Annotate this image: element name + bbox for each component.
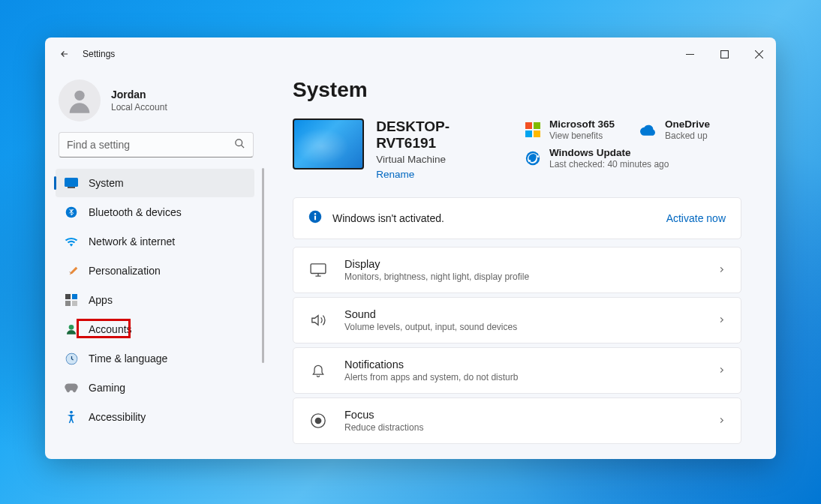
- ms365-icon: [524, 121, 542, 139]
- sidebar-scrollbar[interactable]: [262, 168, 264, 459]
- tile-onedrive[interactable]: OneDriveBacked up: [639, 118, 741, 141]
- svg-rect-17: [314, 216, 316, 220]
- minimize-button[interactable]: [672, 42, 707, 66]
- tile-sub: Last checked: 40 minutes ago: [549, 159, 669, 170]
- setting-sub: Monitors, brightness, night light, displ…: [344, 272, 717, 282]
- focus-icon: [308, 411, 328, 430]
- system-icon: [65, 176, 78, 190]
- setting-display[interactable]: DisplayMonitors, brightness, night light…: [293, 247, 741, 293]
- sidebar-item-accessibility[interactable]: Accessibility: [56, 403, 254, 431]
- maximize-button[interactable]: [707, 42, 741, 66]
- sidebar-item-personalization[interactable]: Personalization: [56, 256, 254, 285]
- nav-label: Time & language: [89, 352, 167, 364]
- update-icon: [524, 149, 542, 167]
- sidebar-item-apps[interactable]: Apps: [56, 286, 254, 314]
- rename-link[interactable]: Rename: [376, 169, 414, 180]
- device-name: DESKTOP-RVT6191: [376, 118, 503, 152]
- svg-rect-9: [72, 301, 77, 306]
- setting-sound[interactable]: SoundVolume levels, output, input, sound…: [293, 297, 741, 344]
- svg-point-13: [70, 411, 73, 414]
- svg-rect-7: [72, 294, 77, 299]
- chevron-right-icon: [717, 314, 726, 327]
- setting-title: Sound: [344, 308, 717, 320]
- activate-link[interactable]: Activate now: [666, 212, 726, 224]
- svg-rect-6: [65, 294, 71, 299]
- chevron-right-icon: [717, 263, 726, 277]
- brush-icon: [65, 264, 78, 278]
- tile-sub: View benefits: [549, 130, 615, 141]
- sidebar: Jordan Local Account System: [45, 70, 267, 459]
- nav-label: Gaming: [89, 382, 125, 394]
- nav-label: Apps: [89, 294, 113, 306]
- accessibility-icon: [65, 410, 78, 424]
- banner-text: Windows isn't activated.: [332, 212, 666, 224]
- settings-window: Settings Jordan Local Account: [45, 38, 776, 459]
- tile-ms365[interactable]: Microsoft 365View benefits: [524, 118, 626, 141]
- nav-label: Accessibility: [89, 411, 146, 423]
- device-thumbnail: [293, 118, 364, 170]
- svg-point-1: [74, 91, 84, 100]
- page-title: System: [293, 78, 741, 102]
- svg-point-2: [236, 139, 242, 146]
- tile-sub: Backed up: [665, 130, 710, 141]
- sidebar-item-network[interactable]: Network & internet: [56, 227, 254, 256]
- setting-sub: Reduce distractions: [344, 422, 717, 433]
- titlebar: Settings: [45, 38, 776, 70]
- nav-label: Personalization: [89, 265, 161, 277]
- svg-rect-8: [65, 301, 71, 306]
- device-block: DESKTOP-RVT6191 Virtual Machine Rename: [293, 118, 503, 181]
- search-icon: [234, 138, 245, 152]
- svg-rect-4: [68, 187, 75, 188]
- cloud-icon: [639, 121, 657, 139]
- user-block[interactable]: Jordan Local Account: [45, 76, 267, 132]
- sidebar-item-bluetooth[interactable]: Bluetooth & devices: [56, 198, 254, 226]
- setting-notifications[interactable]: NotificationsAlerts from apps and system…: [293, 347, 741, 394]
- svg-point-10: [69, 325, 74, 330]
- avatar: [59, 80, 101, 122]
- close-button[interactable]: [741, 42, 776, 66]
- sidebar-item-time[interactable]: Time & language: [56, 344, 254, 373]
- chevron-right-icon: [717, 414, 726, 428]
- search-box[interactable]: [59, 132, 254, 158]
- svg-rect-3: [65, 178, 78, 187]
- device-type: Virtual Machine: [376, 154, 503, 165]
- nav-label: Accounts: [89, 323, 132, 335]
- apps-icon: [65, 293, 78, 307]
- person-icon: [65, 322, 78, 336]
- tile-windows-update[interactable]: Windows UpdateLast checked: 40 minutes a…: [524, 147, 741, 170]
- sidebar-item-gaming[interactable]: Gaming: [56, 374, 254, 402]
- user-name: Jordan: [111, 88, 167, 100]
- svg-point-16: [314, 213, 316, 214]
- tile-title: Windows Update: [549, 147, 669, 158]
- gamepad-icon: [65, 381, 78, 394]
- nav-label: Network & internet: [89, 236, 175, 248]
- search-input[interactable]: [67, 139, 234, 151]
- setting-sub: Volume levels, output, input, sound devi…: [344, 322, 717, 332]
- setting-title: Notifications: [344, 358, 717, 370]
- bell-icon: [308, 361, 328, 380]
- back-button[interactable]: [56, 45, 74, 63]
- bluetooth-icon: [65, 206, 78, 219]
- setting-title: Focus: [344, 409, 717, 421]
- display-icon: [308, 260, 328, 280]
- main-content: System DESKTOP-RVT6191 Virtual Machine R…: [267, 70, 776, 459]
- nav-label: System: [89, 177, 124, 189]
- setting-sub: Alerts from apps and system, do not dist…: [344, 372, 717, 382]
- clock-icon: [65, 352, 78, 365]
- svg-rect-18: [311, 264, 326, 274]
- tile-title: Microsoft 365: [549, 118, 615, 130]
- nav-label: Bluetooth & devices: [89, 206, 182, 218]
- window-title: Settings: [83, 49, 115, 59]
- info-icon: [308, 210, 322, 226]
- setting-focus[interactable]: FocusReduce distractions: [293, 398, 741, 444]
- sound-icon: [308, 310, 328, 330]
- sidebar-item-system[interactable]: System: [56, 169, 254, 197]
- activation-banner: Windows isn't activated. Activate now: [293, 197, 741, 239]
- wifi-icon: [65, 235, 78, 248]
- user-type: Local Account: [111, 102, 167, 112]
- chevron-right-icon: [717, 364, 726, 377]
- svg-rect-0: [720, 50, 728, 58]
- svg-point-20: [315, 418, 320, 423]
- sidebar-item-accounts[interactable]: Accounts: [56, 315, 254, 344]
- sidebar-nav: System Bluetooth & devices Network & int…: [45, 168, 262, 459]
